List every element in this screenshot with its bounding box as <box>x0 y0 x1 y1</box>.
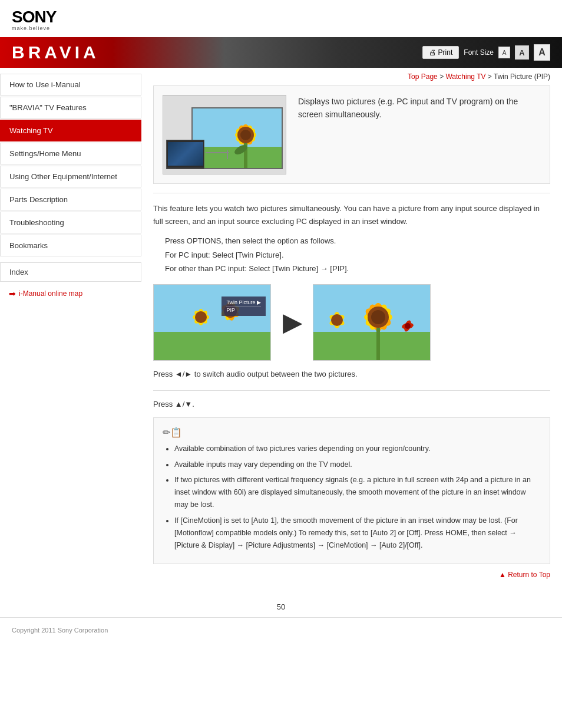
sidebar-item-troubleshooting[interactable]: Troubleshooting <box>0 212 141 233</box>
step-1: Press OPTIONS, then select the option as… <box>165 234 550 248</box>
note-3: If two pictures with different vertical … <box>174 474 541 512</box>
sidebar-item-using-other[interactable]: Using Other Equipment/Internet <box>0 166 141 187</box>
sidebar-nav: How to Use i-Manual "BRAVIA" TV Features… <box>0 74 141 256</box>
font-size-small-button[interactable]: A <box>498 47 510 58</box>
font-size-medium-button[interactable]: A <box>515 45 529 60</box>
arrow-right-icon: ➡ <box>9 289 16 298</box>
note-4: If [CineMotion] is set to [Auto 1], the … <box>174 515 541 552</box>
svg-point-44 <box>331 314 343 326</box>
svg-rect-15 <box>154 332 271 361</box>
divider-1 <box>153 193 550 193</box>
sidebar: How to Use i-Manual "BRAVIA" TV Features… <box>0 68 141 597</box>
svg-point-36 <box>371 310 385 324</box>
bravia-controls: 🖨 Print Font Size A A A <box>422 44 550 61</box>
up-arrow-icon: ▲ <box>499 571 508 579</box>
step-2: For PC input: Select [Twin Picture]. <box>165 248 550 262</box>
breadcrumb-current: Twin Picture (PIP) <box>494 73 550 81</box>
sidebar-item-parts[interactable]: Parts Description <box>0 189 141 210</box>
main-layout: How to Use i-Manual "BRAVIA" TV Features… <box>0 68 562 597</box>
sidebar-item-how-to-use[interactable]: How to Use i-Manual <box>0 74 141 95</box>
font-size-large-button[interactable]: A <box>534 44 550 61</box>
header: SONY make.believe <box>0 0 562 37</box>
images-row: Twin Picture ▶ PIP ▶ <box>153 284 550 361</box>
content-area: Top Page > Watching TV > Twin Picture (P… <box>141 68 562 597</box>
notes-section: ✏📋 Available combination of two pictures… <box>153 417 550 564</box>
sidebar-index[interactable]: Index <box>0 262 141 282</box>
switch-audio-text: Press ◄/► to switch audio output between… <box>153 370 550 378</box>
press-label: Press ▲/▼. <box>153 400 550 409</box>
bravia-bar: BRAVIA 🖨 Print Font Size A A A <box>0 37 562 68</box>
font-size-label: Font Size <box>464 48 494 57</box>
after-screen-image <box>313 284 431 361</box>
print-icon: 🖨 <box>429 48 436 57</box>
press-section: Press ▲/▼. <box>153 400 550 409</box>
sony-logo: SONY <box>12 9 550 25</box>
sidebar-item-watching-tv[interactable]: Watching TV <box>0 120 141 141</box>
footer: Copyright 2011 Sony Corporation <box>0 617 562 643</box>
bravia-title: BRAVIA <box>12 42 100 62</box>
return-top-link[interactable]: ▲ Return to Top <box>499 571 550 579</box>
page-number: 50 <box>0 597 562 617</box>
svg-rect-37 <box>376 328 380 361</box>
svg-point-40 <box>405 323 411 329</box>
breadcrumb-top-page[interactable]: Top Page <box>408 73 439 81</box>
notes-icon: ✏📋 <box>163 427 541 438</box>
steps-section: Press OPTIONS, then select the option as… <box>153 234 550 275</box>
return-to-top: ▲ Return to Top <box>153 570 550 579</box>
divider-2 <box>153 390 550 391</box>
step-3: For other than PC input: Select [Twin Pi… <box>165 262 550 275</box>
top-intro-section: Displays two pictures (e.g. PC input and… <box>153 85 550 184</box>
sidebar-item-bookmarks[interactable]: Bookmarks <box>0 235 141 256</box>
online-map-anchor[interactable]: i-Manual online map <box>19 289 82 298</box>
pip-illustration <box>163 95 286 174</box>
note-2: Available inputs may vary depending on t… <box>174 459 541 471</box>
note-1: Available combination of two pictures va… <box>174 443 541 455</box>
sony-tagline: make.believe <box>12 25 550 31</box>
sidebar-online-map-link[interactable]: ➡ i-Manual online map <box>0 289 141 298</box>
arrow-right-icon: ▶ <box>283 309 301 336</box>
before-screen-image: Twin Picture ▶ PIP <box>153 284 271 361</box>
print-button[interactable]: 🖨 Print <box>422 46 459 59</box>
notes-list: Available combination of two pictures va… <box>163 443 541 552</box>
copyright-text: Copyright 2011 Sony Corporation <box>12 627 108 634</box>
breadcrumb: Top Page > Watching TV > Twin Picture (P… <box>153 68 550 85</box>
svg-rect-27 <box>313 332 431 361</box>
breadcrumb-watching-tv[interactable]: Watching TV <box>445 73 487 81</box>
svg-point-11 <box>240 130 251 140</box>
svg-point-20 <box>195 311 207 323</box>
sidebar-item-bravia-features[interactable]: "BRAVIA" TV Features <box>0 97 141 118</box>
pip-description: Displays two pictures (e.g. PC input and… <box>298 95 541 121</box>
sidebar-item-settings[interactable]: Settings/Home Menu <box>0 143 141 164</box>
body-text: This feature lets you watch two pictures… <box>153 202 550 228</box>
